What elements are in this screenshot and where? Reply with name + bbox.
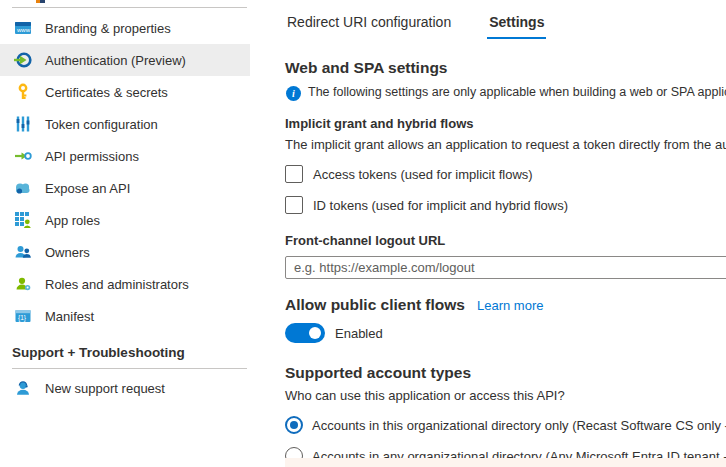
manifest-icon: {1} (14, 307, 32, 325)
public-client-toggle[interactable] (285, 323, 325, 343)
sidebar-item-label: Roles and administrators (45, 277, 189, 292)
sidebar-item-label: Branding & properties (45, 21, 171, 36)
sidebar-item-new-support-request[interactable]: New support request (0, 372, 250, 404)
sidebar-item-label: Manifest (45, 309, 94, 324)
authentication-icon (14, 51, 32, 69)
sidebar-item-roles-administrators[interactable]: Roles and administrators (0, 268, 250, 300)
id-tokens-row: ID tokens (used for implicit and hybrid … (285, 196, 726, 214)
allow-public-client-heading-row: Allow public client flows Learn more (285, 296, 726, 314)
front-channel-logout-input[interactable] (285, 256, 726, 279)
sidebar-nav: www Branding & properties Authentication… (0, 12, 250, 332)
toggle-state-label: Enabled (335, 326, 383, 341)
implicit-grant-description: The implicit grant allows an application… (285, 137, 726, 152)
svg-text:www: www (16, 27, 31, 33)
sidebar-divider (12, 368, 247, 369)
app-roles-icon (14, 211, 32, 229)
owners-icon (14, 243, 32, 261)
sidebar-item-authentication[interactable]: Authentication (Preview) (0, 44, 250, 76)
roles-admin-icon (14, 275, 32, 293)
sidebar-item-app-roles[interactable]: App roles (0, 204, 250, 236)
single-tenant-label: Accounts in this organizational director… (312, 418, 726, 433)
sidebar-item-label: App roles (45, 213, 100, 228)
sidebar-section-support-troubleshooting: Support + Troubleshooting (12, 345, 185, 360)
api-permissions-icon (14, 147, 32, 165)
sidebar-item-label: Expose an API (45, 181, 130, 196)
sidebar: www Branding & properties Authentication… (0, 0, 252, 467)
web-spa-settings-heading: Web and SPA settings (285, 59, 726, 77)
sidebar-divider (12, 7, 247, 8)
implicit-grant-heading: Implicit grant and hybrid flows (285, 116, 726, 131)
sidebar-item-certificates[interactable]: Certificates & secrets (0, 76, 250, 108)
info-text: The following settings are only applicab… (308, 85, 726, 99)
id-tokens-label: ID tokens (used for implicit and hybrid … (313, 198, 568, 213)
sidebar-item-label: Owners (45, 245, 90, 260)
sidebar-item-label: New support request (45, 381, 165, 396)
sidebar-item-token-configuration[interactable]: Token configuration (0, 108, 250, 140)
front-channel-logout-label: Front-channel logout URL (285, 233, 726, 248)
key-icon (14, 83, 32, 101)
learn-more-link[interactable]: Learn more (477, 298, 543, 313)
sidebar-item-branding[interactable]: www Branding & properties (0, 12, 250, 44)
sidebar-item-label: Authentication (Preview) (45, 53, 186, 68)
clipped-icon-fragment (36, 0, 45, 3)
id-tokens-checkbox[interactable] (285, 196, 303, 214)
public-client-toggle-row: Enabled (285, 323, 726, 343)
info-banner: i The following settings are only applic… (285, 85, 726, 101)
warning-banner-clipped (285, 458, 726, 467)
access-tokens-checkbox[interactable] (285, 165, 303, 183)
allow-public-client-heading: Allow public client flows (285, 296, 465, 314)
branding-icon: www (14, 19, 32, 37)
main-content: Redirect URI configuration Settings Web … (285, 0, 726, 467)
access-tokens-label: Access tokens (used for implicit flows) (313, 167, 533, 182)
sidebar-item-manifest[interactable]: {1} Manifest (0, 300, 250, 332)
toggle-knob (309, 327, 321, 339)
tab-redirect-uri-configuration[interactable]: Redirect URI configuration (285, 14, 453, 39)
account-types-question: Who can use this application or access t… (285, 388, 726, 403)
access-tokens-row: Access tokens (used for implicit flows) (285, 165, 726, 183)
cloud-icon (14, 179, 32, 197)
svg-text:{1}: {1} (18, 314, 27, 322)
sidebar-item-label: API permissions (45, 149, 139, 164)
sliders-icon (14, 115, 32, 133)
single-tenant-option-row: Accounts in this organizational director… (285, 416, 726, 434)
tab-bar: Redirect URI configuration Settings (285, 0, 726, 39)
sidebar-item-label: Certificates & secrets (45, 85, 168, 100)
sidebar-item-api-permissions[interactable]: API permissions (0, 140, 250, 172)
support-person-icon (14, 379, 32, 397)
single-tenant-radio[interactable] (285, 416, 303, 434)
sidebar-item-label: Token configuration (45, 117, 158, 132)
supported-account-types-heading: Supported account types (285, 364, 726, 382)
sidebar-item-owners[interactable]: Owners (0, 236, 250, 268)
sidebar-item-expose-api[interactable]: Expose an API (0, 172, 250, 204)
info-icon: i (286, 86, 301, 101)
tab-settings[interactable]: Settings (487, 14, 546, 39)
